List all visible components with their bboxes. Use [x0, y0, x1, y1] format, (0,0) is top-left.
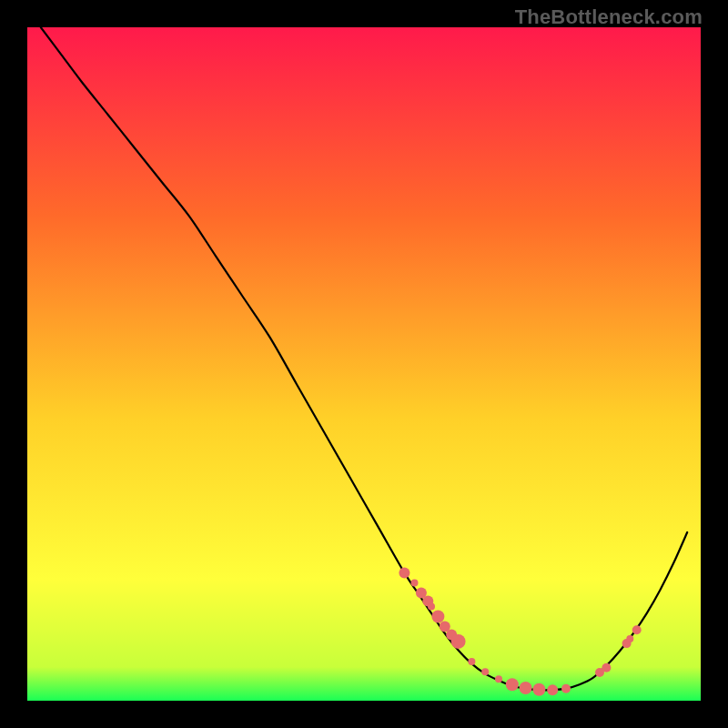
data-marker — [431, 611, 444, 623]
watermark-text: TheBottleneck.com — [515, 5, 703, 29]
data-marker — [561, 684, 571, 693]
data-marker — [495, 675, 502, 682]
data-marker — [468, 658, 475, 665]
plot-area — [27, 27, 701, 701]
data-marker — [632, 625, 642, 634]
data-marker — [532, 683, 545, 696]
data-marker — [626, 635, 633, 642]
data-marker — [481, 668, 489, 675]
data-marker — [451, 634, 466, 649]
chart-frame: TheBottleneck.com — [0, 0, 728, 728]
gradient-background — [27, 27, 701, 701]
data-marker — [399, 567, 410, 578]
data-marker — [520, 682, 532, 694]
data-marker — [602, 663, 611, 672]
chart-svg — [27, 27, 701, 701]
data-marker — [411, 580, 419, 587]
data-marker — [547, 684, 558, 695]
data-marker — [506, 678, 519, 691]
data-marker — [428, 602, 435, 610]
